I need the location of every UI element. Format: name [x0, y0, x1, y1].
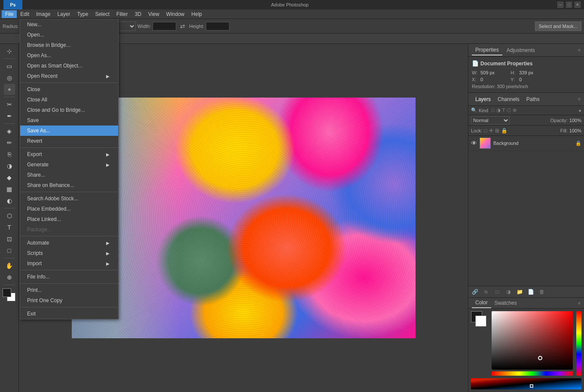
menu-item-print-one[interactable]: Print One Copy: [20, 295, 118, 306]
crop-tool-button[interactable]: ✂: [4, 99, 15, 110]
menu-item-exit[interactable]: Exit: [20, 309, 118, 319]
maximize-button[interactable]: □: [566, 2, 572, 8]
history-brush-tool-button[interactable]: ◑: [4, 160, 15, 172]
color-bg-swatch[interactable]: [475, 315, 486, 327]
height-input[interactable]: [206, 22, 229, 31]
tab-color[interactable]: Color: [472, 298, 491, 308]
menu-item-help[interactable]: Help: [188, 10, 205, 18]
menu-item-share[interactable]: Share...: [20, 170, 118, 180]
foreground-color-swatch[interactable]: [3, 288, 11, 297]
lock-all-icon[interactable]: 🔒: [501, 128, 508, 134]
menu-item-open-smart[interactable]: Open as Smart Object...: [20, 61, 118, 71]
menu-item-layer[interactable]: Layer: [54, 10, 73, 18]
tab-swatches[interactable]: Swatches: [491, 298, 520, 308]
swap-icon[interactable]: ⇄: [178, 21, 187, 31]
menu-item-open[interactable]: Open...: [20, 30, 118, 40]
layer-filter-pixel[interactable]: □: [492, 107, 495, 113]
menu-item-view[interactable]: View: [145, 10, 163, 18]
move-tool-button[interactable]: ⊹: [4, 46, 15, 57]
layers-tab-layers[interactable]: Layers: [472, 95, 494, 104]
gradient-tool-button[interactable]: ▦: [4, 184, 15, 195]
layer-filter-shape[interactable]: ⬡: [507, 107, 511, 113]
layer-delete-icon[interactable]: 🗑: [538, 288, 546, 296]
type-tool-button[interactable]: T: [4, 222, 15, 233]
layer-filter-adjustment[interactable]: ◑: [496, 107, 501, 113]
menu-item-file[interactable]: File: [2, 10, 17, 18]
layer-mask-icon[interactable]: □: [493, 288, 501, 296]
brush-tool-button[interactable]: ✏: [4, 137, 15, 148]
panel-menu-icon[interactable]: ≡: [578, 48, 581, 52]
color-hue-strip[interactable]: [576, 311, 581, 376]
menu-item-3d[interactable]: 3D: [131, 10, 144, 18]
layer-adjustment-icon[interactable]: ◑: [505, 288, 512, 296]
path-selection-tool-button[interactable]: ⊡: [4, 233, 15, 245]
menu-item-new[interactable]: New...: [20, 19, 118, 30]
rectangle-tool-button[interactable]: □: [4, 245, 15, 256]
menu-item-window[interactable]: Window: [163, 10, 188, 18]
layers-tab-paths[interactable]: Paths: [523, 95, 543, 104]
menu-item-select[interactable]: Select: [92, 10, 113, 18]
layer-filter-smart[interactable]: ⊛: [513, 107, 517, 113]
menu-item-close-bridge[interactable]: Close and Go to Bridge...: [20, 105, 118, 115]
color-hue-slider[interactable]: [492, 371, 573, 376]
minimize-button[interactable]: ─: [557, 2, 563, 8]
lasso-tool-button[interactable]: ◎: [4, 72, 15, 83]
lock-artboard-icon[interactable]: ⊞: [495, 128, 499, 134]
layers-tab-channels[interactable]: Channels: [494, 95, 523, 104]
layer-link-icon[interactable]: 🔗: [471, 288, 479, 296]
zoom-tool-button[interactable]: ⊕: [4, 272, 15, 283]
menu-item-browse-bridge[interactable]: Browse in Bridge...: [20, 40, 118, 50]
color-gradient-picker[interactable]: [492, 311, 573, 370]
layer-filter-toggle[interactable]: ●: [578, 108, 581, 113]
menu-item-revert[interactable]: Revert: [20, 136, 118, 146]
menu-item-open-as[interactable]: Open As...: [20, 50, 118, 61]
layer-group-icon[interactable]: 📁: [516, 288, 523, 296]
layer-visibility-icon[interactable]: 👁: [471, 140, 477, 147]
clone-stamp-tool-button[interactable]: ⎘: [4, 149, 15, 160]
menu-item-place-embedded[interactable]: Place Embedded...: [20, 204, 118, 214]
menu-item-print[interactable]: Print...: [20, 285, 118, 295]
blend-mode-select[interactable]: Normal Multiply Screen Overlay: [471, 116, 510, 125]
layer-add-icon[interactable]: 📄: [527, 288, 535, 296]
menu-item-scripts[interactable]: Scripts▶: [20, 248, 118, 258]
quick-select-tool-button[interactable]: ⌖: [4, 84, 15, 95]
dodge-tool-button[interactable]: ◐: [4, 195, 15, 206]
pen-tool-button[interactable]: ⬡: [4, 210, 15, 221]
menu-item-save[interactable]: Save: [20, 115, 118, 126]
menu-item-close[interactable]: Close: [20, 84, 118, 95]
tab-adjustments[interactable]: Adjustments: [503, 46, 538, 55]
width-input[interactable]: [153, 22, 176, 31]
select-mask-button[interactable]: Select and Mask...: [535, 21, 582, 31]
healing-brush-tool-button[interactable]: ◈: [4, 126, 15, 137]
menu-item-image[interactable]: Image: [33, 10, 54, 18]
color-gradient-bottom[interactable]: [471, 378, 581, 389]
menu-item-export[interactable]: Export▶: [20, 149, 118, 159]
menu-item-file-info[interactable]: File Info...: [20, 272, 118, 282]
close-button[interactable]: ✕: [575, 2, 581, 8]
layers-menu-icon[interactable]: ≡: [578, 97, 581, 101]
hand-tool-button[interactable]: ✋: [4, 260, 15, 271]
menu-item-generate[interactable]: Generate▶: [20, 159, 118, 170]
lock-position-icon[interactable]: ✛: [489, 128, 493, 134]
menu-item-search-stock[interactable]: Search Adobe Stock...: [20, 193, 118, 204]
menu-item-automate[interactable]: Automate▶: [20, 238, 118, 248]
menu-item-save-as[interactable]: Save As...: [20, 126, 118, 136]
layer-fx-icon[interactable]: fx: [482, 288, 490, 296]
menu-item-import[interactable]: Import▶: [20, 258, 118, 269]
menu-item-close-all[interactable]: Close All: [20, 95, 118, 105]
menu-item-share-behance[interactable]: Share on Behance...: [20, 180, 118, 190]
menu-item-open-recent[interactable]: Open Recent▶: [20, 71, 118, 81]
menu-item-edit[interactable]: Edit: [17, 10, 33, 18]
rectangular-marquee-tool-button[interactable]: ▭: [4, 61, 15, 72]
tab-properties[interactable]: Properties: [472, 45, 502, 55]
menu-separator: [20, 192, 118, 192]
lock-pixel-icon[interactable]: □: [484, 128, 487, 134]
menu-item-type[interactable]: Type: [73, 10, 92, 18]
menu-item-filter[interactable]: Filter: [113, 10, 131, 18]
layer-filter-type[interactable]: T: [502, 107, 505, 113]
eyedropper-tool-button[interactable]: ✒: [4, 110, 15, 122]
layer-item-background[interactable]: 👁 Background 🔒: [468, 136, 584, 151]
color-panel-menu-icon[interactable]: ≡: [578, 301, 581, 306]
menu-item-place-linked[interactable]: Place Linked...: [20, 214, 118, 224]
eraser-tool-button[interactable]: ◆: [4, 172, 15, 183]
